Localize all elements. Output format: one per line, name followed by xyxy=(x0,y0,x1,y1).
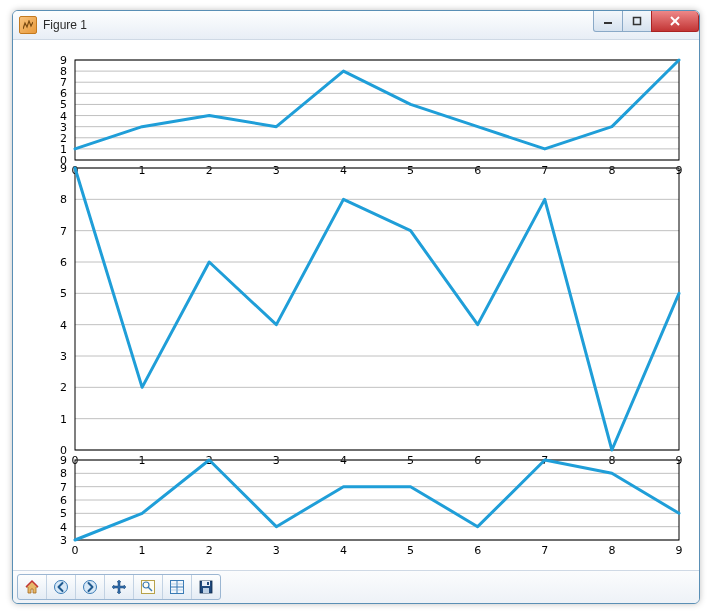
svg-text:5: 5 xyxy=(407,164,414,177)
back-button[interactable] xyxy=(47,575,76,599)
svg-text:2: 2 xyxy=(206,544,213,557)
svg-text:8: 8 xyxy=(608,164,615,177)
svg-text:4: 4 xyxy=(340,544,347,557)
svg-text:4: 4 xyxy=(60,319,67,332)
close-button[interactable] xyxy=(651,11,699,32)
svg-text:7: 7 xyxy=(541,164,548,177)
toolbar-group xyxy=(17,574,221,600)
svg-text:6: 6 xyxy=(60,256,67,269)
svg-text:8: 8 xyxy=(60,467,67,480)
svg-rect-104 xyxy=(207,582,209,585)
svg-text:7: 7 xyxy=(60,225,67,238)
svg-text:5: 5 xyxy=(407,544,414,557)
titlebar: Figure 1 xyxy=(13,11,699,40)
svg-rect-45 xyxy=(75,168,679,450)
svg-text:6: 6 xyxy=(474,164,481,177)
svg-text:1: 1 xyxy=(139,164,146,177)
svg-text:0: 0 xyxy=(72,544,79,557)
svg-text:9: 9 xyxy=(60,162,67,175)
svg-text:7: 7 xyxy=(60,481,67,494)
svg-text:3: 3 xyxy=(60,121,67,134)
svg-text:9: 9 xyxy=(60,54,67,67)
svg-text:4: 4 xyxy=(60,521,67,534)
svg-text:2: 2 xyxy=(60,132,67,145)
maximize-button[interactable] xyxy=(622,11,652,32)
figure-window: Figure 1 0123456789012345678901234567890… xyxy=(12,10,700,604)
svg-point-91 xyxy=(55,581,68,594)
window-title: Figure 1 xyxy=(43,18,87,32)
svg-text:6: 6 xyxy=(60,494,67,507)
svg-text:2: 2 xyxy=(60,381,67,394)
svg-text:2: 2 xyxy=(206,164,213,177)
forward-button[interactable] xyxy=(76,575,105,599)
svg-text:7: 7 xyxy=(541,544,548,557)
zoom-button[interactable] xyxy=(134,575,163,599)
svg-text:4: 4 xyxy=(340,164,347,177)
svg-rect-103 xyxy=(203,588,209,593)
svg-rect-1 xyxy=(634,18,641,25)
save-button[interactable] xyxy=(192,575,220,599)
toolbar xyxy=(13,570,699,603)
svg-text:3: 3 xyxy=(273,544,280,557)
svg-text:9: 9 xyxy=(676,544,683,557)
window-controls xyxy=(594,11,699,31)
svg-text:1: 1 xyxy=(60,413,67,426)
svg-point-92 xyxy=(84,581,97,594)
pan-button[interactable] xyxy=(105,575,134,599)
svg-text:5: 5 xyxy=(60,507,67,520)
home-button[interactable] xyxy=(18,575,47,599)
svg-text:3: 3 xyxy=(273,164,280,177)
app-icon xyxy=(19,16,37,34)
minimize-button[interactable] xyxy=(593,11,623,32)
svg-text:1: 1 xyxy=(139,544,146,557)
subplots-button[interactable] xyxy=(163,575,192,599)
svg-text:7: 7 xyxy=(60,76,67,89)
svg-text:8: 8 xyxy=(60,65,67,78)
svg-text:5: 5 xyxy=(60,287,67,300)
svg-text:4: 4 xyxy=(60,110,67,123)
svg-text:9: 9 xyxy=(60,454,67,467)
svg-text:8: 8 xyxy=(60,193,67,206)
series-middle xyxy=(75,168,679,450)
svg-text:3: 3 xyxy=(60,534,67,547)
svg-rect-14 xyxy=(75,60,679,160)
plot-area[interactable]: 0123456789012345678901234567890123456789… xyxy=(13,40,699,570)
svg-text:8: 8 xyxy=(608,544,615,557)
svg-text:1: 1 xyxy=(60,143,67,156)
svg-text:5: 5 xyxy=(60,98,67,111)
svg-text:6: 6 xyxy=(60,87,67,100)
svg-text:3: 3 xyxy=(60,350,67,363)
svg-text:6: 6 xyxy=(474,544,481,557)
